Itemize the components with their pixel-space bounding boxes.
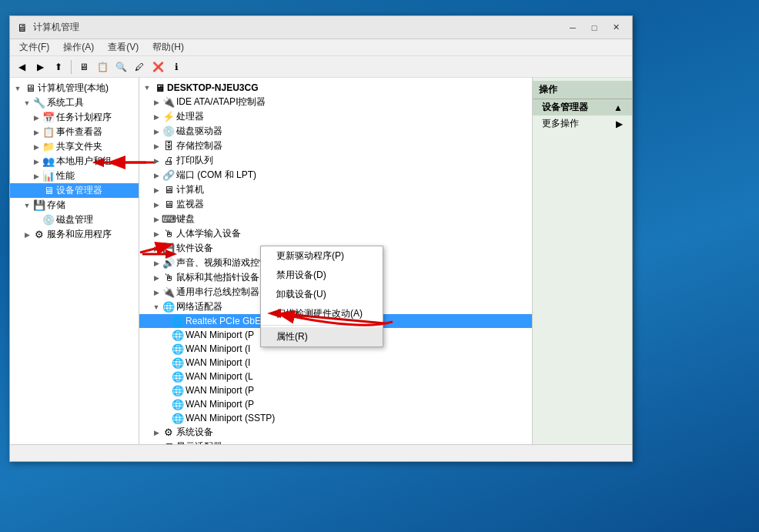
context-scan-hardware[interactable]: 扫描检测硬件改动(A) bbox=[261, 304, 383, 323]
wan-icon: 🌐 bbox=[172, 356, 184, 369]
expand-icon: ▶ bbox=[152, 112, 161, 122]
computer-button[interactable]: 🖥 bbox=[75, 59, 92, 75]
tree-event-viewer[interactable]: ▶ 📋 事件查看器 bbox=[10, 125, 139, 139]
clipboard-button[interactable]: 📋 bbox=[94, 59, 111, 75]
monitor-icon: 🖥 bbox=[162, 199, 175, 211]
title-bar-left: 🖥 计算机管理 bbox=[16, 21, 79, 34]
toolbar-sep-1 bbox=[71, 60, 72, 74]
folder-icon: 📁 bbox=[42, 141, 55, 153]
nic-icon: 🌐 bbox=[172, 315, 184, 327]
action-device-manager[interactable]: 设备管理器 ▲ bbox=[533, 99, 632, 115]
tree-label: 端口 (COM 和 LPT) bbox=[176, 169, 256, 182]
tree-wan-l[interactable]: 🌐 WAN Miniport (L bbox=[139, 370, 532, 383]
tree-system-tools[interactable]: ▼ 🔧 系统工具 bbox=[10, 95, 139, 110]
chevron-right-icon: ▶ bbox=[616, 119, 623, 129]
minimize-button[interactable]: ─ bbox=[563, 20, 583, 35]
expand-icon: ▶ bbox=[152, 288, 161, 297]
tree-shared-folders[interactable]: ▶ 📁 共享文件夹 bbox=[10, 139, 139, 154]
tree-computer-node[interactable]: ▼ 🖥 DESKTOP-NJEU3CG bbox=[139, 81, 532, 95]
tree-label: 键盘 bbox=[176, 212, 195, 226]
expand-icon: ▶ bbox=[152, 259, 161, 268]
context-disable-device[interactable]: 禁用设备(D) bbox=[261, 266, 383, 285]
expand-icon: ▶ bbox=[152, 98, 161, 107]
tree-label: 处理器 bbox=[176, 110, 204, 123]
tree-computer-management[interactable]: ▼ 🖥 计算机管理(本地) bbox=[10, 81, 139, 95]
properties-button[interactable]: 🔍 bbox=[112, 59, 129, 75]
tree-keyboard[interactable]: ▶ ⌨ 键盘 bbox=[139, 212, 532, 226]
menu-action[interactable]: 操作(A) bbox=[57, 39, 100, 55]
tree-label: 服务和应用程序 bbox=[47, 228, 112, 241]
tree-label: 软件设备 bbox=[176, 242, 213, 255]
tree-label: 鼠标和其他指针设备 bbox=[176, 271, 259, 284]
keyboard-icon: ⌨ bbox=[162, 213, 175, 226]
tree-wan-i2[interactable]: 🌐 WAN Miniport (I bbox=[139, 356, 532, 370]
wan-icon: 🌐 bbox=[172, 370, 184, 383]
tree-label: 本地用户和组 bbox=[56, 155, 112, 168]
left-panel[interactable]: ▼ 🖥 计算机管理(本地) ▼ 🔧 系统工具 ▶ 📅 任务计划程序 ▶ 📋 bbox=[10, 78, 139, 444]
tree-disk-management[interactable]: 💿 磁盘管理 bbox=[10, 212, 139, 227]
tree-system-devices[interactable]: ▶ ⚙ 系统设备 bbox=[139, 425, 532, 440]
tree-label: 性能 bbox=[56, 169, 75, 182]
action-more[interactable]: 更多操作 ▶ bbox=[533, 115, 632, 132]
expand-icon: ▶ bbox=[152, 171, 161, 180]
tree-label: IDE ATA/ATAPI控制器 bbox=[176, 95, 266, 109]
wan-icon: 🌐 bbox=[172, 329, 184, 341]
menu-help[interactable]: 帮助(H) bbox=[146, 39, 190, 55]
tree-hid[interactable]: ▶ 🖱 人体学输入设备 bbox=[139, 226, 532, 241]
tree-computer[interactable]: ▶ 🖥 计算机 bbox=[139, 182, 532, 197]
edit-button[interactable]: 🖊 bbox=[131, 59, 148, 75]
context-update-driver[interactable]: 更新驱动程序(P) bbox=[261, 246, 383, 266]
delete-button[interactable]: ❌ bbox=[149, 59, 166, 75]
tree-monitor[interactable]: ▶ 🖥 监视器 bbox=[139, 197, 532, 212]
tree-label: 通用串行总线控制器 bbox=[176, 286, 259, 299]
tree-task-scheduler[interactable]: ▶ 📅 任务计划程序 bbox=[10, 110, 139, 125]
tree-local-users[interactable]: ▶ 👥 本地用户和组 bbox=[10, 154, 139, 169]
computer-icon: 🖥 bbox=[153, 82, 166, 94]
tree-services[interactable]: ▶ ⚙ 服务和应用程序 bbox=[10, 227, 139, 242]
expand-icon: ▶ bbox=[32, 113, 41, 122]
close-button[interactable]: ✕ bbox=[606, 20, 626, 35]
tree-storage-ctrl[interactable]: ▶ 🗄 存储控制器 bbox=[139, 139, 532, 153]
context-properties[interactable]: 属性(R) bbox=[261, 327, 383, 346]
maximize-button[interactable]: □ bbox=[584, 20, 604, 35]
expand-icon: ▼ bbox=[142, 83, 152, 92]
tree-ports[interactable]: ▶ 🔗 端口 (COM 和 LPT) bbox=[139, 168, 532, 182]
expand-icon bbox=[161, 358, 170, 367]
tree-storage[interactable]: ▼ 💾 存储 bbox=[10, 198, 139, 212]
context-uninstall-device[interactable]: 卸载设备(U) bbox=[261, 285, 383, 304]
tree-label: 人体学输入设备 bbox=[176, 227, 241, 240]
tree-label: 存储 bbox=[47, 199, 65, 212]
tree-ide[interactable]: ▶ 🔌 IDE ATA/ATAPI控制器 bbox=[139, 95, 532, 109]
tree-label: 任务计划程序 bbox=[56, 111, 112, 124]
mouse-icon: 🖱 bbox=[162, 272, 175, 284]
expand-icon bbox=[161, 372, 170, 381]
forward-button[interactable]: ▶ bbox=[32, 59, 48, 75]
tree-processor[interactable]: ▶ ⚡ 处理器 bbox=[139, 109, 532, 124]
up-button[interactable]: ⬆ bbox=[50, 59, 67, 75]
tree-disk-drives[interactable]: ▶ 💿 磁盘驱动器 bbox=[139, 124, 532, 139]
tree-device-manager[interactable]: 🖥 设备管理器 bbox=[10, 183, 139, 198]
tree-label: 监视器 bbox=[176, 198, 204, 211]
title-bar-controls: ─ □ ✕ bbox=[563, 20, 626, 35]
right-panel: 操作 设备管理器 ▲ 更多操作 ▶ bbox=[532, 78, 632, 444]
tree-wan-p3[interactable]: 🌐 WAN Miniport (P bbox=[139, 397, 532, 411]
tree-wan-sstp[interactable]: 🌐 WAN Miniport (SSTP) bbox=[139, 411, 532, 425]
expand-icon: ▶ bbox=[152, 127, 161, 136]
tree-print-queue[interactable]: ▶ 🖨 打印队列 bbox=[139, 153, 532, 168]
expand-icon: ▼ bbox=[22, 201, 32, 210]
expand-icon: ▼ bbox=[13, 84, 22, 93]
expand-icon: ▶ bbox=[152, 229, 161, 239]
back-button[interactable]: ◀ bbox=[13, 59, 30, 75]
expand-icon bbox=[32, 186, 41, 196]
scrollbar-indicator: ▲ bbox=[614, 102, 623, 113]
tree-label: 计算机管理(本地) bbox=[38, 82, 109, 95]
menu-file[interactable]: 文件(F) bbox=[13, 39, 55, 55]
tree-performance[interactable]: ▶ 📊 性能 bbox=[10, 169, 139, 183]
expand-icon: ▶ bbox=[152, 156, 161, 166]
menu-view[interactable]: 查看(V) bbox=[102, 39, 145, 55]
info-button[interactable]: ℹ bbox=[168, 59, 185, 75]
expand-icon: ▶ bbox=[152, 244, 161, 253]
tree-wan-p2[interactable]: 🌐 WAN Miniport (P bbox=[139, 383, 532, 397]
expand-icon: ▶ bbox=[32, 157, 41, 166]
expand-icon bbox=[161, 413, 170, 423]
